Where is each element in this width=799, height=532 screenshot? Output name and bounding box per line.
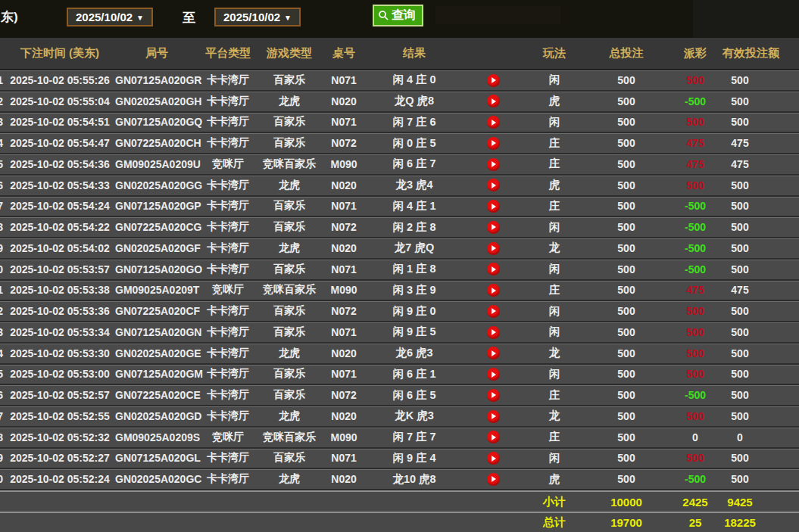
valid-bet: 500: [723, 221, 799, 233]
replay-icon[interactable]: [487, 242, 500, 255]
replay-icon[interactable]: [487, 74, 500, 87]
replay-icon[interactable]: [487, 200, 500, 213]
game-type: 竞咪百家乐: [257, 431, 321, 444]
result: 闲 6 庄 1: [367, 367, 462, 381]
result: 闲 2 庄 8: [367, 220, 462, 235]
game-type: 百家乐: [257, 73, 321, 87]
result: 龙10 虎8: [367, 472, 462, 487]
total-bet: 500: [585, 326, 668, 338]
game-type: 龙虎: [257, 409, 321, 423]
replay-icon[interactable]: [487, 158, 500, 171]
date-from-select[interactable]: 2025/10/02 ▼: [67, 8, 153, 26]
game-type: 百家乐: [257, 136, 321, 150]
play-type: 闲: [524, 325, 585, 339]
replay-icon[interactable]: [487, 116, 500, 129]
replay-icon[interactable]: [487, 473, 500, 486]
play-type: 庄: [524, 388, 585, 403]
play-type: 庄: [524, 157, 585, 171]
table-number: N071: [321, 452, 367, 464]
replay-icon[interactable]: [487, 347, 500, 359]
table-row: 102025-10-02 05:53:57GN07125A020GO卡卡湾厅百家…: [0, 260, 799, 281]
round-id: GN07225A020CG: [115, 221, 198, 233]
replay-icon[interactable]: [487, 263, 500, 275]
total-bet: 500: [585, 200, 668, 212]
total-bet: 500: [585, 284, 668, 296]
payout: 500: [668, 179, 723, 191]
replay-icon[interactable]: [487, 452, 500, 465]
game-type: 龙虎: [257, 472, 321, 486]
bet-time: 2025-10-02 05:54:33: [5, 179, 115, 191]
platform-type: 卡卡湾厅: [198, 220, 257, 234]
caret-down-icon: ▼: [136, 13, 144, 22]
play-type: 闲: [524, 451, 585, 465]
result: 闲 7 庄 6: [367, 115, 462, 129]
total-bet: 500: [585, 221, 668, 233]
payout: 475: [668, 284, 723, 296]
total-bet: 500: [585, 158, 668, 170]
date-to-select[interactable]: 2025/10/02 ▼: [214, 8, 301, 26]
replay-icon[interactable]: [487, 284, 500, 297]
date-range-to-label: 至: [183, 9, 195, 26]
table-number: N071: [321, 116, 367, 128]
result: 闲 4 庄 1: [367, 199, 462, 213]
replay-icon[interactable]: [487, 410, 500, 423]
replay-icon[interactable]: [487, 221, 500, 234]
replay-icon[interactable]: [487, 95, 500, 107]
platform-type: 卡卡湾厅: [198, 347, 257, 360]
round-id: GN07225A020CH: [115, 137, 198, 149]
bet-time: 2025-10-02 05:52:32: [5, 431, 115, 443]
table-row: 112025-10-02 05:53:38GM09025A0209T竞咪厅竞咪百…: [0, 281, 799, 302]
replay-icon[interactable]: [487, 326, 500, 339]
valid-bet: 500: [723, 95, 799, 107]
platform-type: 卡卡湾厅: [198, 367, 257, 381]
subtotal-payout: 2425: [668, 496, 723, 509]
column-header: 有效投注额: [723, 46, 799, 61]
table-number: N071: [321, 326, 367, 338]
round-id: GN02025A020GE: [115, 347, 198, 359]
total-bet: 500: [585, 452, 668, 464]
platform-type: 卡卡湾厅: [198, 199, 257, 213]
table-number: M090: [321, 284, 367, 296]
game-type: 百家乐: [257, 451, 321, 465]
replay-icon[interactable]: [487, 389, 500, 402]
valid-bet: 500: [723, 305, 799, 317]
payout: 500: [668, 326, 723, 338]
game-type: 百家乐: [257, 304, 321, 318]
play-type: 闲: [524, 304, 585, 319]
valid-bet: 0: [723, 431, 799, 443]
round-id: GN07125A020GN: [115, 326, 198, 338]
dimmed-background-content: [435, 6, 560, 24]
replay-icon[interactable]: [487, 305, 500, 318]
replay-cell: [462, 241, 524, 255]
replay-cell: [462, 347, 524, 360]
game-type: 竞咪百家乐: [257, 283, 321, 297]
payout: 0: [668, 431, 723, 443]
result: 闲 1 庄 8: [367, 262, 462, 276]
total-bet: 500: [585, 368, 668, 380]
toolbar: 东) 2025/10/02 ▼ 至 2025/10/02 ▼ 查询: [0, 0, 799, 38]
game-type: 竞咪百家乐: [257, 157, 321, 171]
table-row: 12025-10-02 05:55:26GN07125A020GR卡卡湾厅百家乐…: [0, 70, 799, 92]
bet-time: 2025-10-02 05:53:30: [5, 347, 115, 359]
table-number: N072: [321, 221, 367, 233]
payout: 500: [668, 116, 723, 128]
bet-time: 2025-10-02 05:55:04: [5, 95, 115, 107]
round-id: GM09025A0209T: [115, 284, 198, 296]
round-id: GN02025A020GD: [115, 410, 198, 422]
dimmed-background-panel: [693, 0, 799, 38]
round-id: GN07125A020GR: [115, 74, 198, 86]
replay-cell: [462, 472, 524, 486]
total-valid-bet: 18225: [723, 516, 799, 529]
game-type: 龙虎: [257, 347, 321, 360]
table-number: M090: [321, 431, 367, 443]
column-header: 下注时间 (美东): [5, 46, 115, 61]
query-button[interactable]: 查询: [373, 5, 423, 26]
payout: 500: [668, 368, 723, 380]
column-header: 结果: [367, 46, 462, 61]
replay-icon[interactable]: [487, 431, 500, 443]
payout: 500: [668, 452, 723, 464]
replay-icon[interactable]: [487, 137, 500, 150]
result: 闲 9 庄 0: [367, 304, 462, 319]
replay-icon[interactable]: [487, 368, 500, 381]
replay-icon[interactable]: [487, 179, 500, 191]
